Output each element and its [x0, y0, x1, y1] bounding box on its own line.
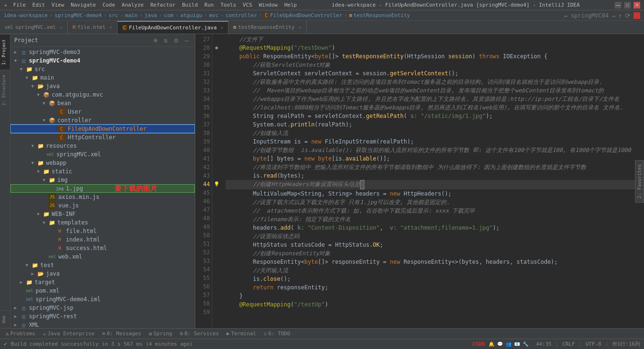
project-sync-icon[interactable]: ⊕	[151, 36, 160, 45]
tree-item-webinf[interactable]: ▼ 📁 WEB-INF	[10, 210, 195, 218]
tree-item-springmvc-xml[interactable]: ▶ xml springMVC.xml	[10, 150, 195, 159]
tree-item-web-xml[interactable]: ▶ xml web.xml	[10, 252, 195, 261]
project-sort-icon[interactable]: ⇅	[162, 36, 170, 45]
module-icon: ◫	[20, 304, 27, 312]
stop-button[interactable]	[634, 12, 640, 19]
nav-refresh-icon[interactable]: ⟳	[625, 12, 631, 19]
code-area[interactable]: 2728293031 3233343536 3738394041 4243444…	[195, 34, 644, 328]
side-tab-web[interactable]: Web	[0, 310, 10, 328]
close-button[interactable]: ✕	[634, 2, 640, 9]
menu-code[interactable]: Code	[102, 2, 115, 8]
tree-item-package[interactable]: ▼ 📦 com.atguigu.mvc	[10, 90, 195, 99]
tree-item-img[interactable]: ▼ 📁 img	[10, 176, 195, 184]
breadcrumb-mvc[interactable]: mvc	[209, 12, 219, 18]
nav-up-icon[interactable]: ↑	[618, 12, 622, 19]
window-controls[interactable]: — □ ✕	[615, 2, 640, 9]
breadcrumb-com[interactable]: com	[164, 12, 173, 18]
breadcrumb-class[interactable]: FileUpAndDownController	[270, 12, 342, 18]
tree-item-iml[interactable]: ▶ iml springMVC-demo4.iml	[10, 295, 195, 304]
breadcrumb-atguigu[interactable]: atguigu	[181, 12, 202, 18]
folder-icon: 📁	[37, 142, 45, 150]
menu-vcs[interactable]: VCS	[243, 2, 252, 8]
tab-file-html[interactable]: H file.html ✕	[68, 21, 118, 34]
breadcrumb-java[interactable]: java	[145, 12, 157, 18]
services-tab[interactable]: ⚙ 8: Services	[178, 330, 220, 338]
tree-item-xml-module[interactable]: ▶ ◫ XML	[10, 321, 195, 328]
minimize-button[interactable]: —	[615, 2, 621, 9]
problems-tab[interactable]: ⚠ Problems	[4, 330, 37, 338]
nav-forward-icon[interactable]: →	[611, 12, 615, 19]
java-enterprise-tab[interactable]: ☕ Java Enterprise	[41, 330, 97, 338]
tree-item-axios[interactable]: ▶ JS axios.min.js	[10, 193, 195, 201]
favorites-side-tab[interactable]: 2: Favorites	[635, 160, 644, 202]
todo-tab[interactable]: ☑ 6: TODO	[262, 330, 292, 338]
tree-item-static[interactable]: ▼ 📁 static	[10, 167, 195, 176]
breadcrumb-main[interactable]: main	[125, 12, 138, 18]
menu-tools[interactable]: Tools	[220, 2, 236, 8]
tree-item-springmvc-rest[interactable]: ▶ ◫ springMVC-rest	[10, 312, 195, 321]
tree-item-springmvc-demo4[interactable]: ▼ ◫ springMVC-demo4	[10, 56, 195, 65]
nav-back-icon[interactable]: ←	[564, 12, 568, 19]
tree-item-resources[interactable]: ▼ 📁 resources	[10, 142, 195, 150]
tree-item-user[interactable]: ▶ C User	[10, 107, 195, 116]
src-folder-icon: 📂	[37, 82, 45, 90]
menu-edit[interactable]: Edit	[32, 2, 45, 8]
tab-close-icon[interactable]: ✕	[60, 25, 63, 30]
maximize-button[interactable]: □	[624, 2, 631, 9]
tab-springmvc-xml[interactable]: xml springMVC.xml ✕	[0, 21, 68, 34]
project-settings-icon[interactable]: ⚙	[172, 36, 181, 45]
tree-item-httpcontroller[interactable]: ▶ C HttpController	[10, 133, 195, 142]
tree-item-success-html[interactable]: ▶ H success.html	[10, 244, 195, 252]
menu-analyze[interactable]: Analyze	[122, 2, 144, 8]
breadcrumb-src[interactable]: src	[109, 12, 118, 18]
services-icon: ⚙	[180, 331, 183, 337]
tree-label: springMVC-demo3	[29, 49, 80, 55]
tree-item-springmvc-jsp[interactable]: ▶ ◫ springMVC-jsp	[10, 304, 195, 312]
breadcrumb-controller[interactable]: controller	[226, 12, 257, 18]
tree-item-fileupanddowncontroller[interactable]: ▶ C FileUpAndDownController	[10, 125, 195, 133]
breadcrumb-idea-workspace[interactable]: idea-workspace	[4, 12, 48, 18]
tab-close-icon[interactable]: ✕	[299, 25, 301, 30]
menu-refactor[interactable]: Refactor	[150, 2, 175, 8]
spring-tab[interactable]: ✿ Spring	[147, 330, 174, 338]
breadcrumb-module[interactable]: springMVC-demo4	[54, 12, 101, 18]
tree-item-test-java[interactable]: ▶ 📂 java	[10, 269, 195, 278]
class-icon: C	[58, 134, 65, 141]
tree-item-target[interactable]: ▶ 📁 target	[10, 278, 195, 286]
menu-run[interactable]: Run	[204, 2, 214, 8]
tree-item-templates[interactable]: ▼ 📁 templates	[10, 218, 195, 227]
terminal-tab[interactable]: ▶ Terminal	[225, 330, 258, 338]
tree-item-vue[interactable]: ▶ JS vue.js	[10, 201, 195, 210]
tab-close-icon[interactable]: ✕	[220, 25, 223, 30]
tab-close-icon[interactable]: ✕	[109, 25, 112, 30]
side-tab-structure[interactable]: 2: Structure	[0, 70, 10, 110]
tree-item-controller[interactable]: ▼ 📦 controller	[10, 116, 195, 125]
tree-item-webapp[interactable]: ▼ 📁 webapp	[10, 159, 195, 167]
tree-item-main[interactable]: ▼ 📁 main	[10, 73, 195, 82]
menu-window[interactable]: Window	[259, 2, 278, 8]
menu-bar[interactable]: File Edit View Navigate Code Analyze Ref…	[13, 2, 297, 8]
springmvc04-label[interactable]: springMVC04	[571, 12, 608, 19]
tree-item-1-jpg[interactable]: ▶ jpg 1.jpg 要下载的图片	[10, 184, 195, 193]
tree-item-java[interactable]: ▼ 📂 java	[10, 82, 195, 90]
project-minimize-icon[interactable]: —	[182, 36, 191, 45]
tab-test-response[interactable]: m testResponseEntity ✕	[228, 21, 306, 34]
tree-item-file-html[interactable]: ▶ H file.html	[10, 227, 195, 235]
project-tree[interactable]: ▶ ◫ springMVC-demo3 ▼ ◫ springMVC-demo4 …	[10, 47, 195, 328]
menu-help[interactable]: Help	[284, 2, 297, 8]
side-tab-project[interactable]: 1: Project	[0, 34, 10, 70]
tree-item-index-html[interactable]: ▶ H index.html	[10, 235, 195, 244]
menu-build[interactable]: Build	[182, 2, 198, 8]
tree-item-test[interactable]: ▼ 📁 test	[10, 261, 195, 269]
code-content[interactable]: ● 💡	[212, 34, 644, 328]
tab-controller-java[interactable]: C FileUpAndDownController.java ✕	[118, 21, 229, 34]
menu-view[interactable]: View	[52, 2, 64, 8]
menu-navigate[interactable]: Navigate	[71, 2, 96, 8]
menu-file[interactable]: File	[13, 2, 26, 8]
tree-item-springmvc-demo3[interactable]: ▶ ◫ springMVC-demo3	[10, 48, 195, 56]
messages-tab[interactable]: ≡ 0: Messages	[100, 330, 143, 338]
tree-item-pom[interactable]: ▶ xml pom.xml	[10, 286, 195, 295]
tree-item-src[interactable]: ▼ 📁 src	[10, 65, 195, 73]
tree-item-bean[interactable]: ▼ 📦 bean	[10, 99, 195, 107]
breadcrumb-method[interactable]: testResponseEntity	[354, 12, 410, 18]
